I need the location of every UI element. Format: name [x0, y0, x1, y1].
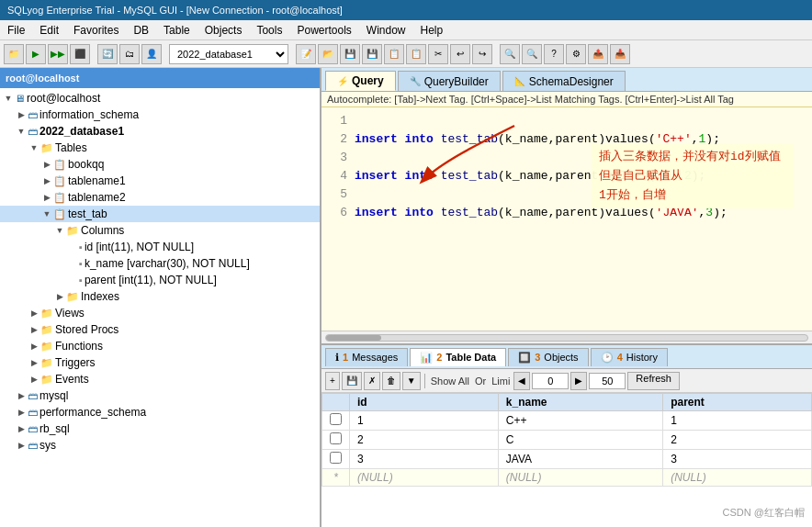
run-btn[interactable]: ▶	[26, 44, 46, 64]
tree-item-16[interactable]: ▶📁Triggers	[0, 354, 320, 371]
tree-toggle-14[interactable]: ▶	[28, 325, 40, 334]
result-tab-0[interactable]: ℹ1 Messages	[325, 348, 408, 366]
row-checkbox-1[interactable]	[330, 432, 342, 444]
tree-item-18[interactable]: ▶🗃mysql	[0, 387, 320, 404]
menu-tools[interactable]: Tools	[249, 22, 289, 39]
tree-toggle-1[interactable]: ▶	[15, 110, 28, 119]
tree-item-19[interactable]: ▶🗃performance_schema	[0, 404, 320, 420]
cell-k_name-3[interactable]: (NULL)	[498, 469, 662, 487]
tree-toggle-7[interactable]: ▼	[40, 209, 53, 219]
tree-item-5[interactable]: ▶📋tablename1	[0, 173, 320, 189]
tree-item-13[interactable]: ▶📁Views	[0, 305, 320, 321]
result-tab-1[interactable]: 📊2 Table Data	[410, 348, 506, 366]
tree-toggle-6[interactable]: ▶	[40, 193, 53, 202]
menu-edit[interactable]: Edit	[32, 22, 66, 39]
schema-btn[interactable]: 🗂	[119, 44, 140, 64]
tree-item-17[interactable]: ▶📁Events	[0, 371, 320, 387]
tree-toggle-21[interactable]: ▶	[15, 441, 28, 450]
query-tab-0[interactable]: ⚡Query	[325, 71, 396, 91]
tree-item-20[interactable]: ▶🗃rb_sql	[0, 420, 320, 437]
menu-powertools[interactable]: Powertools	[289, 22, 358, 39]
cell-parent-0[interactable]: 1	[663, 411, 812, 431]
prev-page-btn[interactable]: ◀	[513, 372, 530, 390]
save-changes-btn[interactable]: 💾	[342, 372, 362, 390]
replace-btn[interactable]: 🔍	[522, 44, 542, 64]
cell-parent-2[interactable]: 3	[663, 450, 812, 469]
menu-help[interactable]: Help	[413, 22, 451, 39]
row-checkbox-2[interactable]	[330, 452, 342, 464]
database-selector[interactable]: 2022_database1	[169, 44, 288, 64]
tree-toggle-20[interactable]: ▶	[15, 424, 28, 433]
query-tab-2[interactable]: 📐SchemaDesigner	[502, 71, 626, 91]
export-btn[interactable]: 📤	[588, 44, 608, 64]
cell-id-1[interactable]: 2	[350, 431, 499, 450]
cell-k_name-2[interactable]: JAVA	[498, 450, 662, 469]
menu-file[interactable]: File	[0, 22, 32, 39]
help-btn[interactable]: ?	[544, 44, 564, 64]
menu-favorites[interactable]: Favorites	[66, 22, 126, 39]
offset-input[interactable]	[532, 373, 569, 389]
tree-item-11[interactable]: ▪parent [int(11), NOT NULL]	[0, 272, 320, 288]
tree-toggle-2[interactable]: ▼	[15, 127, 28, 136]
tree-item-21[interactable]: ▶🗃sys	[0, 437, 320, 454]
profile-btn[interactable]: 👤	[141, 44, 162, 64]
menu-objects[interactable]: Objects	[197, 22, 250, 39]
menu-window[interactable]: Window	[359, 22, 413, 39]
tree-item-4[interactable]: ▶📋bookqq	[0, 156, 320, 173]
redo-btn[interactable]: ↪	[472, 44, 492, 64]
tree-item-0[interactable]: ▼🖥root@localhost	[0, 90, 320, 107]
tree-toggle-8[interactable]: ▼	[53, 226, 66, 235]
row-checkbox-0[interactable]	[330, 413, 342, 425]
delete-row-btn[interactable]: 🗑	[382, 372, 400, 390]
h-scrollbar[interactable]	[321, 331, 812, 343]
tree-item-15[interactable]: ▶📁Functions	[0, 338, 320, 354]
find-btn[interactable]: 🔍	[500, 44, 520, 64]
tree-item-7[interactable]: ▼📋test_tab	[0, 206, 320, 222]
tree-toggle-0[interactable]: ▼	[2, 94, 15, 103]
query-tab-1[interactable]: 🔧QueryBuilder	[398, 71, 501, 91]
tree-item-1[interactable]: ▶🗃information_schema	[0, 107, 320, 123]
new-query-btn[interactable]: 📝	[296, 44, 316, 64]
tree-toggle-12[interactable]: ▶	[53, 292, 66, 301]
tree-toggle-18[interactable]: ▶	[15, 391, 28, 400]
cell-id-0[interactable]: 1	[350, 411, 499, 431]
tree-item-2[interactable]: ▼🗃2022_database1	[0, 123, 320, 140]
filter-btn[interactable]: ▼	[402, 372, 421, 390]
menu-db[interactable]: DB	[126, 22, 156, 39]
tree-toggle-17[interactable]: ▶	[28, 375, 40, 384]
next-page-btn[interactable]: ▶	[570, 372, 587, 390]
tree-toggle-4[interactable]: ▶	[40, 160, 53, 169]
open-btn[interactable]: 📂	[318, 44, 338, 64]
result-tab-3[interactable]: 🕑4 History	[591, 348, 668, 366]
stop-btn[interactable]: ⬛	[70, 44, 90, 64]
limit-input[interactable]	[589, 373, 626, 389]
cell-parent-1[interactable]: 2	[663, 431, 812, 450]
import-btn[interactable]: 📥	[610, 44, 630, 64]
undo-btn[interactable]: ↩	[450, 44, 470, 64]
cut-btn[interactable]: ✂	[428, 44, 448, 64]
cell-id-2[interactable]: 3	[350, 450, 499, 469]
paste-btn[interactable]: 📋	[406, 44, 426, 64]
tree-toggle-13[interactable]: ▶	[28, 308, 40, 318]
tree-item-14[interactable]: ▶📁Stored Procs	[0, 321, 320, 338]
menu-table[interactable]: Table	[156, 22, 197, 39]
run-all-btn[interactable]: ▶▶	[48, 44, 68, 64]
copy-btn[interactable]: 📋	[384, 44, 404, 64]
tree-toggle-3[interactable]: ▼	[28, 143, 40, 152]
settings-btn[interactable]: ⚙	[566, 44, 586, 64]
tree-item-3[interactable]: ▼📁Tables	[0, 140, 320, 156]
tree-item-8[interactable]: ▼📁Columns	[0, 222, 320, 239]
result-tab-2[interactable]: 🔲3 Objects	[508, 348, 588, 366]
discard-btn[interactable]: ✗	[364, 372, 380, 390]
tree-toggle-5[interactable]: ▶	[40, 176, 53, 185]
refresh-tree-btn[interactable]: 🔄	[97, 44, 118, 64]
tree-item-12[interactable]: ▶📁Indexes	[0, 288, 320, 305]
cell-k_name-0[interactable]: C++	[498, 411, 662, 431]
cell-id-3[interactable]: (NULL)	[350, 469, 499, 487]
save-all-btn[interactable]: 💾	[362, 44, 382, 64]
tree-item-6[interactable]: ▶📋tablename2	[0, 189, 320, 206]
query-editor[interactable]: 12insert into test_tab(k_name,parent)val…	[321, 107, 812, 331]
insert-row-btn[interactable]: +	[325, 372, 340, 390]
new-connection-btn[interactable]: 📁	[4, 44, 24, 64]
tree-item-9[interactable]: ▪id [int(11), NOT NULL]	[0, 239, 320, 255]
